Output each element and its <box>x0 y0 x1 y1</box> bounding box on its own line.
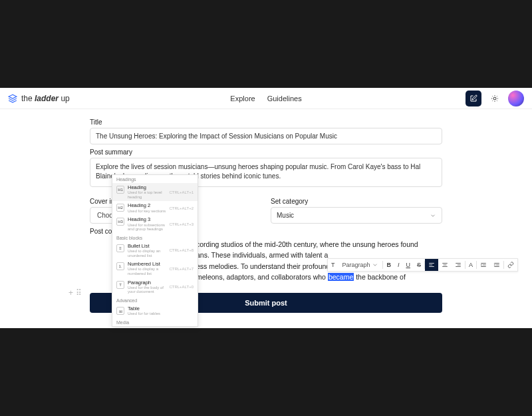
link-icon <box>507 262 514 268</box>
compose-button[interactable] <box>466 91 481 106</box>
text-toolbar: T Paragraph B I U S A <box>327 258 518 272</box>
toolbar-link[interactable] <box>504 259 517 271</box>
svg-point-0 <box>493 97 496 100</box>
toolbar-indent-increase[interactable] <box>490 259 503 271</box>
menu-group-advanced: Advanced <box>112 296 198 304</box>
selected-text: became <box>328 273 354 281</box>
category-label: Set category <box>271 198 442 205</box>
avatar[interactable] <box>508 91 524 106</box>
chevron-down-icon <box>430 212 436 219</box>
menu-item-paragraph[interactable]: TParagraphUsed for the body of your docu… <box>112 278 198 296</box>
toolbar-paragraph-select[interactable]: Paragraph <box>338 262 382 268</box>
block-type-menu: Headings H1HeadingUsed for a top level h… <box>112 174 198 327</box>
menu-group-headings: Headings <box>112 175 198 183</box>
toolbar-color[interactable]: A <box>466 259 476 271</box>
title-label: Title <box>90 118 442 126</box>
toolbar-bold[interactable]: B <box>383 259 394 271</box>
menu-item-table[interactable]: ⊞TableUsed for for tables <box>112 304 198 318</box>
menu-group-media: Media <box>112 318 198 326</box>
drag-handle[interactable]: ⠿ <box>76 288 82 298</box>
toolbar-type-button[interactable]: T <box>328 259 338 271</box>
sun-icon <box>491 95 499 103</box>
outdent-icon <box>480 262 487 268</box>
menu-item-heading-1[interactable]: H1HeadingUsed for a top level headingCTR… <box>112 183 198 201</box>
category-select[interactable]: Music <box>271 207 442 224</box>
category-value: Music <box>277 212 294 219</box>
toolbar-underline[interactable]: U <box>402 259 414 271</box>
chevron-down-icon <box>372 262 378 268</box>
menu-item-bullet-list[interactable]: ≡Bullet ListUsed to display an unordered… <box>112 242 198 260</box>
indent-icon <box>493 262 500 268</box>
theme-toggle[interactable] <box>487 91 503 106</box>
main-nav: Explore Guidelines <box>230 95 301 103</box>
toolbar-align-center[interactable] <box>438 259 452 271</box>
nav-explore[interactable]: Explore <box>230 95 255 103</box>
toolbar-align-right[interactable] <box>452 259 465 271</box>
nav-guidelines[interactable]: Guidelines <box>267 95 302 103</box>
menu-group-basic: Basic blocks <box>112 234 198 242</box>
align-center-icon <box>442 262 448 268</box>
menu-item-heading-2[interactable]: H2Heading 2Used for key sectionsCTRL+ALT… <box>112 201 198 215</box>
layers-icon <box>8 94 17 103</box>
toolbar-italic[interactable]: I <box>394 259 403 271</box>
toolbar-align-left[interactable] <box>425 259 438 271</box>
summary-label: Post summary <box>90 148 442 156</box>
title-input[interactable] <box>90 128 442 144</box>
toolbar-strike[interactable]: S <box>414 259 424 271</box>
toolbar-indent-decrease[interactable] <box>477 259 490 271</box>
edit-icon <box>469 95 477 103</box>
align-left-icon <box>428 262 435 268</box>
menu-item-numbered-list[interactable]: 1.Numbered ListUsed to display a numbere… <box>112 260 198 278</box>
topbar: the ladder up Explore Guidelines <box>0 88 532 109</box>
add-block-button[interactable]: + <box>68 288 73 298</box>
brand-logo[interactable]: the ladder up <box>8 94 70 103</box>
align-right-icon <box>455 262 462 268</box>
menu-item-heading-3[interactable]: H3Heading 3Used for subsections and grou… <box>112 215 198 233</box>
